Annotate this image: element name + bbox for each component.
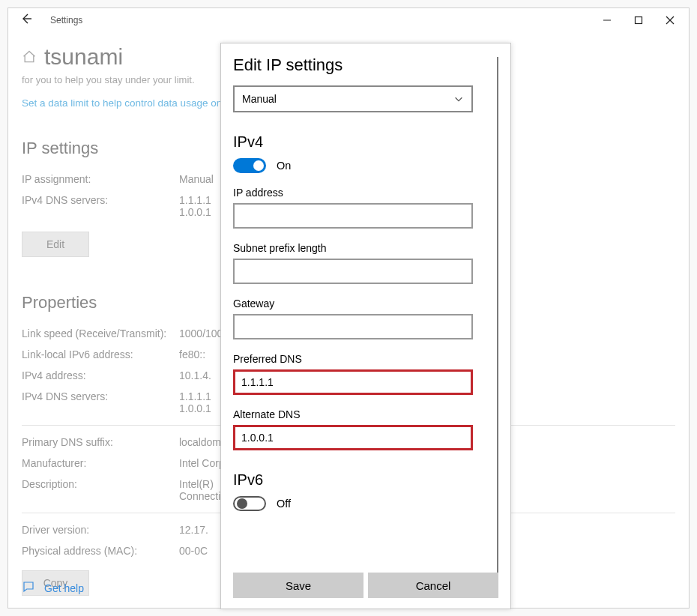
page-title: tsunami (44, 44, 123, 70)
subnet-prefix-input[interactable] (233, 259, 473, 284)
preferred-dns-input[interactable] (233, 369, 473, 395)
help-label: Get help (44, 582, 84, 594)
titlebar: Settings (8, 8, 689, 32)
home-icon (22, 49, 37, 64)
prop-driver-k: Driver version: (22, 524, 179, 536)
prop-description-k: Description: (22, 478, 179, 502)
window-title: Settings (50, 15, 82, 25)
close-icon (666, 16, 675, 25)
alternate-dns-input[interactable] (233, 425, 473, 450)
ip-mode-value: Manual (242, 93, 277, 105)
maximize-icon (634, 16, 643, 25)
ipv4-heading: IPv4 (233, 133, 491, 151)
prop-manufacturer-k: Manufacturer: (22, 457, 179, 469)
maximize-button[interactable] (623, 8, 654, 32)
back-button[interactable] (16, 13, 37, 28)
prop-mac-k: Physical address (MAC): (22, 545, 179, 557)
ipv6-heading: IPv6 (233, 471, 491, 489)
scrollbar[interactable] (497, 57, 498, 573)
ipv4-dns-label: IPv4 DNS servers: (22, 194, 179, 218)
ip-mode-select[interactable]: Manual (233, 85, 473, 112)
save-button[interactable]: Save (233, 573, 363, 598)
subnet-prefix-label: Subnet prefix length (233, 242, 491, 254)
settings-window: Settings tsunami for you to help you sta… (7, 7, 690, 609)
prop-ipv4-dns-k: IPv4 DNS servers: (22, 390, 179, 414)
minimize-icon (603, 16, 612, 25)
chevron-down-icon (453, 94, 464, 104)
ip-address-label: IP address (233, 187, 491, 199)
alternate-dns-label: Alternate DNS (233, 408, 491, 420)
preferred-dns-label: Preferred DNS (233, 353, 491, 365)
gateway-input[interactable] (233, 314, 473, 339)
ipv4-toggle[interactable] (233, 158, 266, 173)
ipv6-toggle-label: Off (277, 498, 291, 510)
ipv4-toggle-label: On (277, 160, 291, 172)
edit-button[interactable]: Edit (22, 232, 89, 257)
chat-icon (22, 580, 35, 596)
ip-assignment-label: IP assignment: (22, 173, 179, 185)
get-help-link[interactable]: Get help (22, 580, 84, 596)
prop-ipv4-addr-k: IPv4 address: (22, 369, 179, 381)
dialog-title: Edit IP settings (233, 55, 491, 75)
edit-ip-dialog: Edit IP settings Manual IPv4 On IP addre… (220, 43, 511, 609)
prop-ll-ipv6-k: Link-local IPv6 address: (22, 348, 179, 360)
arrow-left-icon (20, 13, 32, 25)
cancel-button[interactable]: Cancel (368, 573, 498, 598)
minimize-button[interactable] (591, 8, 623, 32)
prop-suffix-k: Primary DNS suffix: (22, 436, 179, 448)
ip-address-input[interactable] (233, 203, 473, 229)
prop-link-speed-k: Link speed (Receive/Transmit): (22, 327, 179, 339)
svg-rect-1 (636, 17, 642, 24)
close-button[interactable] (654, 8, 686, 32)
gateway-label: Gateway (233, 298, 491, 309)
ipv6-toggle[interactable] (233, 496, 266, 511)
